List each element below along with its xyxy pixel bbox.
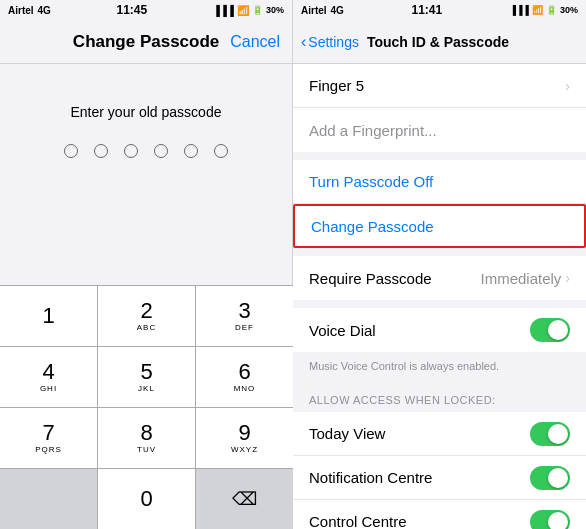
left-nav-bar: Change Passcode Cancel	[0, 20, 292, 64]
battery-icon: 🔋	[252, 5, 263, 15]
finger5-item[interactable]: Finger 5 ›	[293, 64, 586, 108]
keypad-row-2: 4 GHI 5 JKL 6 MNO	[0, 346, 293, 407]
dot-1	[64, 144, 78, 158]
passcode-dots	[64, 144, 228, 158]
today-view-label: Today View	[309, 425, 385, 442]
keypad-row-3: 7 PQRS 8 TUV 9 WXYZ	[0, 407, 293, 468]
enter-passcode-label: Enter your old passcode	[71, 104, 222, 120]
key-2[interactable]: 2 ABC	[98, 286, 196, 346]
voice-section: Voice Dial	[293, 308, 586, 352]
signal-icon: ▐▐▐	[213, 5, 234, 16]
notification-centre-toggle[interactable]	[530, 466, 570, 490]
dot-5	[184, 144, 198, 158]
keypad: 1 2 ABC 3 DEF 4 GHI 5 JKL 6 MN	[0, 285, 293, 529]
right-time: 11:41	[412, 3, 443, 17]
key-3[interactable]: 3 DEF	[196, 286, 293, 346]
voice-dial-label: Voice Dial	[309, 322, 376, 339]
fingerprint-section: Finger 5 › Add a Fingerprint...	[293, 64, 586, 152]
allow-access-section: Today View Notification Centre Control C…	[293, 412, 586, 529]
right-nav-title: Touch ID & Passcode	[367, 34, 509, 50]
key-empty	[0, 469, 98, 529]
key-9[interactable]: 9 WXYZ	[196, 408, 293, 468]
add-fingerprint-label: Add a Fingerprint...	[309, 122, 437, 139]
right-signal-icon: ▐▐▐	[510, 5, 529, 15]
voice-note-container: Music Voice Control is always enabled.	[293, 352, 586, 382]
delete-key[interactable]: ⌫	[196, 469, 293, 529]
right-status-bar: Airtel 4G 11:41 ▐▐▐ 📶 🔋 30%	[293, 0, 586, 20]
cancel-button[interactable]: Cancel	[230, 33, 280, 51]
keypad-row-1: 1 2 ABC 3 DEF	[0, 285, 293, 346]
turn-passcode-off-label: Turn Passcode Off	[309, 173, 433, 190]
require-passcode-value: Immediately	[480, 270, 561, 287]
finger5-chevron: ›	[565, 78, 570, 94]
require-passcode-label: Require Passcode	[309, 270, 432, 287]
today-view-item[interactable]: Today View	[293, 412, 586, 456]
left-carrier: Airtel	[8, 5, 34, 16]
notification-centre-label: Notification Centre	[309, 469, 432, 486]
control-centre-item[interactable]: Control Centre	[293, 500, 586, 529]
key-5[interactable]: 5 JKL	[98, 347, 196, 407]
change-passcode-item[interactable]: Change Passcode	[293, 204, 586, 248]
add-fingerprint-item[interactable]: Add a Fingerprint...	[293, 108, 586, 152]
back-button[interactable]: ‹ Settings	[301, 33, 359, 51]
keypad-row-4: 0 ⌫	[0, 468, 293, 529]
settings-list: Finger 5 › Add a Fingerprint... Turn Pas…	[293, 64, 586, 529]
key-4[interactable]: 4 GHI	[0, 347, 98, 407]
right-battery: 30%	[560, 5, 578, 15]
dot-3	[124, 144, 138, 158]
right-wifi-icon: 📶	[532, 5, 543, 15]
back-label: Settings	[308, 34, 359, 50]
control-centre-label: Control Centre	[309, 513, 407, 529]
left-time: 11:45	[116, 3, 147, 17]
left-nav-title: Change Passcode	[62, 32, 230, 52]
turn-passcode-off-item[interactable]: Turn Passcode Off	[293, 160, 586, 204]
right-network: 4G	[331, 5, 344, 16]
change-passcode-label: Change Passcode	[311, 218, 434, 235]
notification-centre-item[interactable]: Notification Centre	[293, 456, 586, 500]
separator-1	[293, 152, 586, 160]
control-centre-toggle[interactable]	[530, 510, 570, 530]
require-section: Require Passcode Immediately ›	[293, 256, 586, 300]
right-battery-icon: 🔋	[546, 5, 557, 15]
chevron-left-icon: ‹	[301, 33, 306, 51]
dot-4	[154, 144, 168, 158]
key-1[interactable]: 1	[0, 286, 98, 346]
left-battery: 30%	[266, 5, 284, 15]
dot-2	[94, 144, 108, 158]
require-passcode-item[interactable]: Require Passcode Immediately ›	[293, 256, 586, 300]
allow-access-header: ALLOW ACCESS WHEN LOCKED:	[309, 394, 496, 406]
today-view-toggle[interactable]	[530, 422, 570, 446]
right-carrier: Airtel	[301, 5, 327, 16]
right-panel: Airtel 4G 11:41 ▐▐▐ 📶 🔋 30% ‹ Settings T…	[293, 0, 586, 529]
voice-note: Music Voice Control is always enabled.	[309, 360, 499, 372]
wifi-icon: 📶	[237, 5, 249, 16]
voice-dial-item[interactable]: Voice Dial	[293, 308, 586, 352]
key-0[interactable]: 0	[98, 469, 196, 529]
left-network: 4G	[38, 5, 51, 16]
voice-dial-toggle[interactable]	[530, 318, 570, 342]
separator-3	[293, 300, 586, 308]
key-8[interactable]: 8 TUV	[98, 408, 196, 468]
require-chevron: ›	[565, 270, 570, 286]
key-7[interactable]: 7 PQRS	[0, 408, 98, 468]
key-6[interactable]: 6 MNO	[196, 347, 293, 407]
dot-6	[214, 144, 228, 158]
separator-2	[293, 248, 586, 256]
passcode-section: Turn Passcode Off Change Passcode	[293, 160, 586, 248]
finger5-label: Finger 5	[309, 77, 364, 94]
right-nav-bar: ‹ Settings Touch ID & Passcode	[293, 20, 586, 64]
allow-access-header-container: ALLOW ACCESS WHEN LOCKED:	[293, 382, 586, 412]
left-status-bar: Airtel 4G 11:45 ▐▐▐ 📶 🔋 30%	[0, 0, 292, 20]
delete-icon: ⌫	[232, 488, 257, 510]
